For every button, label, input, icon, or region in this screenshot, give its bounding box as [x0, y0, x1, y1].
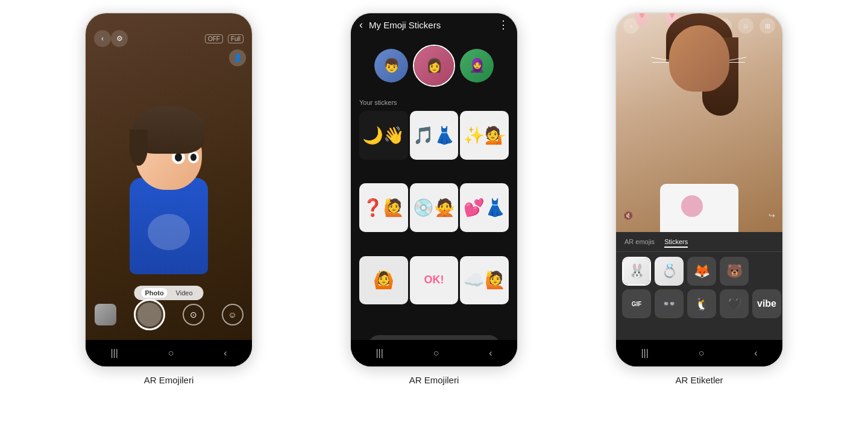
sticker-thumb-black[interactable]: 🖤 [720, 289, 749, 318]
photo-area: ‹ ⚙ ☺ ⊞ [616, 13, 782, 232]
emoji-hoodie-pocket [148, 214, 190, 250]
whisker-4 [729, 62, 745, 63]
phone2-nav-recent[interactable]: ||| [376, 348, 383, 359]
avatar-item-3[interactable]: 🧕 [460, 49, 494, 83]
shutter-inner [137, 303, 162, 327]
sticker-thumb-tag[interactable]: vibe [752, 289, 781, 318]
avatar-green: 🧕 [460, 49, 494, 83]
gallery-thumbnail[interactable] [95, 304, 116, 325]
sticker-thumb-glasses[interactable]: 👓 [655, 289, 684, 318]
phone2-title: My Emoji Stickers [369, 20, 498, 30]
camera-controls: ⊙ ☺ [86, 299, 252, 330]
sticker-section-label: Your stickers [351, 99, 517, 111]
phone2-nav-home[interactable]: ○ [433, 348, 439, 359]
sticker-cell-8[interactable]: OK! [410, 256, 459, 305]
sticker-thumb-penguin[interactable]: 🐧 [687, 289, 716, 318]
avatar-selector: 👦 👩 Y.J.Kim 🧕 [351, 36, 517, 99]
sticker-row-1: 🐰 💍 🦊 🐻 [616, 257, 782, 286]
phone1-top-icons: ‹ ⚙ OFF Full [86, 28, 252, 49]
ar-fullscreen-icon[interactable]: ⊞ [760, 18, 775, 34]
sticker-thumb-fox[interactable]: 🦊 [687, 257, 716, 286]
phone3-nav-bar: ||| ○ ‹ [616, 340, 782, 366]
pink-circle-effect [681, 195, 703, 217]
ar-tabs: AR emojis Stickers [616, 238, 782, 252]
phone-frame-3: ‹ ⚙ ☺ ⊞ [615, 12, 784, 368]
phone3-nav-recent[interactable]: ||| [641, 348, 648, 359]
bunny-sticker-icon: 🐰 [623, 258, 650, 284]
phone2-back-button[interactable]: ‹ [359, 19, 363, 31]
camera-switch-icon[interactable]: ⊙ [183, 304, 204, 325]
emoji-face-icon[interactable]: ☺ [222, 304, 244, 325]
off-label: OFF [205, 34, 223, 43]
phone3-label: AR Etiketler [675, 375, 723, 385]
phone3-nav-back[interactable]: ‹ [754, 348, 757, 359]
ar-emojis-tab[interactable]: AR emojis [624, 238, 655, 248]
sticker-cell-5[interactable]: 💿🙅 [410, 183, 459, 232]
sticker-cell-3[interactable]: ✨💁 [460, 111, 509, 160]
bunny-ear-inner-left [639, 13, 645, 18]
forward-icon[interactable]: ↪ [769, 211, 775, 220]
photo-video-toggle: Photo Video [134, 286, 203, 300]
settings-icon[interactable]: ⚙ [111, 30, 128, 47]
phone2-nav-back[interactable]: ‹ [489, 348, 492, 359]
phone1-background: ‹ ⚙ OFF Full [86, 13, 252, 366]
sticker-cell-7[interactable]: 🙆 [359, 256, 408, 305]
phone1-status-bar [86, 13, 252, 28]
emoji-pupil-right [190, 154, 197, 161]
phone-frame-1: ‹ ⚙ OFF Full [84, 12, 253, 368]
sticker-cell-2[interactable]: 🎵👗 [410, 111, 459, 160]
nav-back-btn[interactable]: ‹ [224, 348, 227, 359]
sticker-thumb-ring[interactable]: 💍 [655, 257, 684, 286]
full-label: Full [228, 34, 244, 43]
ar-stickers-tab[interactable]: Stickers [664, 238, 688, 248]
bunny-ear-left [635, 13, 649, 25]
sticker-row-2: GIF 👓 🐧 🖤 vibe 📋 [616, 289, 782, 318]
profile-icon[interactable]: 👤 [229, 49, 246, 66]
phone-section-3: ‹ ⚙ ☺ ⊞ [567, 12, 832, 385]
avatar-male: 👦 [374, 49, 408, 83]
phone3-nav-home[interactable]: ○ [699, 348, 705, 359]
sticker-cell-1[interactable]: 🌙👋 [359, 111, 408, 160]
fox-sticker-icon: 🦊 [694, 263, 710, 279]
volume-icon[interactable]: 🔇 [623, 211, 633, 220]
emoji-hair-side [130, 130, 148, 166]
toggle-bg: Photo Video [134, 286, 203, 300]
person-face [669, 25, 729, 92]
emoji-eye-right [188, 151, 199, 163]
shutter-button[interactable] [134, 299, 165, 330]
sticker-grid: 🌙👋 🎵👗 ✨💁 ❓🙋 💿🙅 [351, 111, 517, 327]
nav-recent-btn[interactable]: ||| [110, 348, 118, 359]
sticker-cell-6[interactable]: 💕👗 [460, 183, 509, 232]
whisker-2 [652, 62, 669, 63]
emoji-pupil-left [175, 153, 182, 162]
bunny-ear-inner-right [669, 13, 675, 18]
phone-frame-2: ‹ My Emoji Stickers ⋮ 👦 👩 Y.J.Kim 🧕 [350, 12, 518, 368]
nav-home-btn[interactable]: ○ [168, 348, 174, 359]
video-toggle-btn[interactable]: Video [172, 288, 197, 298]
sticker-cell-4[interactable]: ❓🙋 [359, 183, 408, 232]
sticker-thumb-bear[interactable]: 🐻 [720, 257, 749, 286]
phone2-background: ‹ My Emoji Stickers ⋮ 👦 👩 Y.J.Kim 🧕 [351, 13, 517, 366]
phone1-nav-bar: ||| ○ ‹ [86, 340, 252, 366]
phone2-header: ‹ My Emoji Stickers ⋮ [351, 13, 517, 36]
sticker-thumb-gif[interactable]: GIF [622, 289, 651, 318]
emoji-character [108, 118, 229, 298]
phone3-background: ‹ ⚙ ☺ ⊞ [616, 13, 782, 366]
phone2-label: AR Emojileri [409, 375, 459, 385]
avatar-item-1[interactable]: 👦 [374, 49, 408, 83]
avatar-female: 👩 [414, 46, 454, 86]
ring-sticker-icon: 💍 [655, 257, 684, 286]
phone2-nav-bar: ||| ○ ‹ [351, 340, 517, 366]
back-button[interactable]: ‹ [94, 30, 111, 47]
phone1-label: AR Emojileri [144, 375, 194, 385]
avatar-item-2-selected[interactable]: 👩 Y.J.Kim [413, 45, 455, 87]
sticker-cell-9[interactable]: ☁️🙋 [460, 256, 509, 305]
sticker-thumb-bunny[interactable]: 🐰 [622, 257, 651, 286]
ok-text: OK! [424, 274, 444, 286]
emoji-body [130, 178, 208, 274]
phone2-more-button[interactable]: ⋮ [498, 18, 509, 31]
phone-section-1: ‹ ⚙ OFF Full [36, 12, 301, 385]
phone-section-2: ‹ My Emoji Stickers ⋮ 👦 👩 Y.J.Kim 🧕 [301, 12, 567, 385]
main-container: ‹ ⚙ OFF Full [0, 0, 868, 443]
photo-toggle-btn[interactable]: Photo [141, 288, 167, 298]
